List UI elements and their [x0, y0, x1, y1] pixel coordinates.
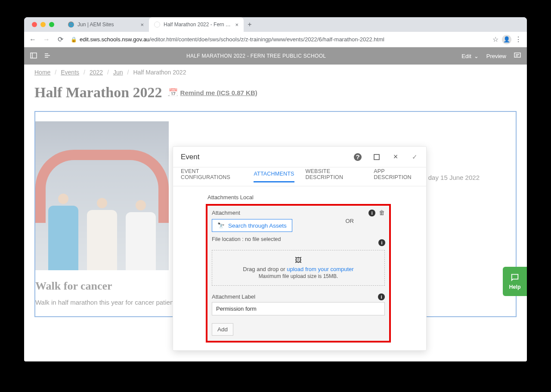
page-viewport: HALF MARATHON 2022 - FERN TREE PUBLIC SC…	[24, 47, 527, 361]
info-icon[interactable]: i	[368, 210, 375, 216]
tab-app-description[interactable]: APP DESCRIPTION	[374, 168, 418, 185]
site-favicon	[154, 22, 160, 28]
trash-icon[interactable]: 🗑	[379, 209, 385, 216]
close-window[interactable]	[32, 22, 37, 27]
help-icon[interactable]: ?	[354, 153, 362, 161]
fullscreen-icon[interactable]	[373, 153, 381, 161]
confirm-icon[interactable]: ✓	[411, 153, 418, 161]
tab-event-configurations[interactable]: EVENT CONFIGURATIONS	[181, 168, 242, 185]
close-icon[interactable]: ×	[392, 153, 399, 161]
lock-icon: 🔒	[71, 37, 77, 43]
chat-icon	[510, 273, 520, 282]
attachment-label: Attachment	[212, 210, 240, 216]
tab-website-description[interactable]: WEBSITE DESCRIPTION	[306, 168, 363, 185]
minimize-window[interactable]	[40, 22, 46, 27]
attachment-form-highlight: Attachment i 🗑 OR 🔭 Search through Asset…	[206, 204, 391, 343]
url-domain: edit.sws.schools.nsw.gov.au	[80, 36, 149, 43]
tab-bar: 🌐 Jun | AEM Sites × Half Marathon 2022 -…	[24, 17, 527, 32]
new-tab-button[interactable]: +	[244, 17, 256, 32]
drop-text: Drag and drop or	[243, 266, 287, 272]
file-location-text: File location : no file selected	[212, 236, 385, 242]
tab-title: Half Marathon 2022 - Fern Tre	[164, 22, 232, 28]
globe-icon: 🌐	[68, 22, 74, 28]
attachment-label-input[interactable]	[212, 302, 385, 315]
menu-icon[interactable]: ⋮	[515, 35, 522, 43]
address-bar-row: ← → ⟳ 🔒 edit.sws.schools.nsw.gov.au/edit…	[24, 32, 527, 47]
close-tab-icon[interactable]: ×	[140, 22, 144, 28]
address-bar[interactable]: 🔒 edit.sws.schools.nsw.gov.au/editor.htm…	[69, 36, 489, 43]
info-icon[interactable]: i	[378, 293, 385, 300]
attachment-label-field-label: Attachment Label	[212, 293, 255, 300]
url-path: /editor.html/content/doe/sws/schools/z/z…	[149, 36, 384, 43]
dialog-title: Event	[181, 153, 199, 161]
image-icon: 🖼	[218, 256, 378, 264]
add-button[interactable]: Add	[212, 323, 233, 336]
reload-button[interactable]: ⟳	[55, 34, 65, 45]
svg-rect-8	[374, 154, 379, 160]
attachments-local-label: Attachments Local	[207, 194, 418, 201]
help-widget[interactable]: Help	[503, 267, 527, 296]
binoculars-icon: 🔭	[217, 222, 225, 229]
event-dialog: Event ? × ✓ EVENT CONFIGURATIONS ATTACHM…	[173, 146, 427, 351]
tab-attachments[interactable]: ATTACHMENTS	[254, 171, 294, 182]
browser-window: 🌐 Jun | AEM Sites × Half Marathon 2022 -…	[24, 17, 527, 361]
maximize-window[interactable]	[49, 22, 54, 27]
max-upload-text: Maximum file upload size is 15MB.	[218, 273, 378, 279]
forward-button[interactable]: →	[41, 34, 52, 45]
back-button[interactable]: ←	[28, 34, 38, 45]
info-icon[interactable]: i	[378, 239, 385, 246]
file-drop-zone[interactable]: i 🖼 Drag and drop or upload from your co…	[212, 250, 385, 286]
browser-tab-aem-sites[interactable]: 🌐 Jun | AEM Sites ×	[63, 17, 149, 32]
or-separator: OR	[346, 218, 354, 224]
search-through-assets-button[interactable]: 🔭 Search through Assets	[212, 219, 292, 232]
dialog-tabs: EVENT CONFIGURATIONS ATTACHMENTS WEBSITE…	[173, 167, 426, 186]
tab-title: Jun | AEM Sites	[77, 22, 137, 28]
close-tab-icon[interactable]: ×	[235, 22, 238, 28]
upload-link[interactable]: upload from your computer	[287, 266, 353, 272]
browser-tab-half-marathon[interactable]: Half Marathon 2022 - Fern Tre ×	[149, 17, 244, 32]
profile-icon[interactable]: 👤	[502, 35, 511, 44]
window-controls	[28, 22, 59, 27]
star-icon[interactable]: ☆	[492, 35, 498, 43]
